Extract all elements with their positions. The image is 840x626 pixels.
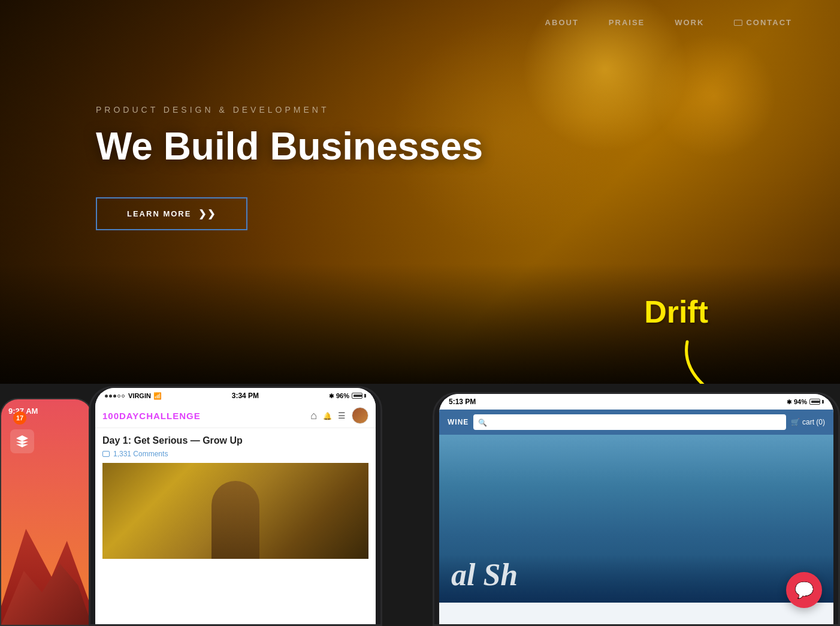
cart-text: cart (0) [802, 418, 825, 426]
sailing-text: al Sh [451, 559, 518, 591]
phone-center-time: 3:34 PM [232, 392, 259, 400]
learn-more-button[interactable]: LEARN MORE ❯❯ [96, 197, 247, 230]
app-brand: 100DAYCHALLENGE [102, 411, 201, 421]
phone-right-time: 5:13 PM [449, 398, 476, 406]
phone-right-battery-icon [809, 399, 820, 405]
phone-left-partial: 9:27 AM 17 [0, 398, 93, 626]
post-content: Day 1: Get Serious — Grow Up 1,331 Comme… [95, 428, 376, 566]
carrier-name: VIRGIN [128, 392, 151, 399]
phones-section: 9:27 AM 17 [0, 384, 840, 626]
phone-right-bluetooth: ✱ [787, 399, 791, 405]
phone-right-inner: 5:13 PM ✱ 94% WINE cart (0) [439, 394, 833, 624]
app-icons [310, 407, 368, 424]
phone-right-battery-text: 94% [794, 398, 807, 405]
chevron-down-icon: ❯❯ [198, 208, 216, 219]
nav-work[interactable]: WORK [675, 18, 704, 27]
drift-annotation-label: Drift [644, 294, 708, 330]
bluetooth-symbol: ✱ [329, 393, 334, 399]
home-icon[interactable] [310, 410, 317, 422]
hero-subtitle: PRODUCT DESIGN & DEVELOPMENT [96, 105, 840, 115]
nav-about[interactable]: ABOUT [545, 18, 579, 27]
phone-center-status-bar: VIRGIN 📶 3:34 PM ✱ 96% [95, 388, 376, 404]
phone-right-nav: WINE cart (0) [439, 410, 833, 435]
bell-icon[interactable] [323, 410, 332, 421]
hero-section: ABOUT PRAISE WORK CONTACT PRODUCT DESIGN… [0, 0, 840, 384]
phone-center: VIRGIN 📶 3:34 PM ✱ 96% 100DAYCHALLENGE [89, 386, 382, 626]
post-meta: 1,331 Comments [102, 450, 368, 458]
phone-right-content: al Sh [439, 435, 833, 603]
hero-content: PRODUCT DESIGN & DEVELOPMENT We Build Bu… [0, 45, 840, 230]
post-image [102, 463, 368, 559]
wifi-icon: 📶 [153, 392, 162, 400]
search-icon-small [478, 417, 487, 428]
phone-left-badge: 17 [13, 411, 26, 425]
battery-icon [352, 393, 362, 399]
drift-chat-button[interactable] [786, 572, 822, 608]
nav-contact[interactable]: CONTACT [734, 18, 792, 27]
phone-right-battery-tip [822, 400, 824, 404]
phone-right-battery-area: ✱ 94% [787, 398, 824, 406]
nav-praise[interactable]: PRAISE [609, 18, 645, 27]
comments-count: 1,331 Comments [113, 450, 168, 458]
post-image-person [211, 481, 259, 559]
signal-dots [105, 395, 125, 398]
learn-more-label: LEARN MORE [127, 209, 191, 218]
app-header: 100DAYCHALLENGE [95, 404, 376, 428]
phone-right-partial: 5:13 PM ✱ 94% WINE cart (0) [433, 392, 840, 626]
menu-icon[interactable] [338, 410, 346, 421]
phone-center-inner: VIRGIN 📶 3:34 PM ✱ 96% 100DAYCHALLENGE [95, 388, 376, 624]
phone-carrier: VIRGIN 📶 [105, 392, 162, 400]
app-avatar [352, 407, 368, 424]
hero-title: We Build Businesses [96, 125, 840, 167]
drift-annotation-arrow [669, 336, 741, 384]
phone-right-status-bar: 5:13 PM ✱ 94% [439, 394, 833, 410]
email-icon [734, 20, 742, 26]
post-title: Day 1: Get Serious — Grow Up [102, 435, 368, 446]
phone-left-screen: 9:27 AM 17 [1, 399, 92, 625]
phone-center-battery: ✱ 96% [329, 392, 366, 399]
phone-left-app-icon [10, 429, 34, 453]
search-box[interactable] [473, 414, 786, 430]
store-name: WINE [448, 418, 469, 426]
comment-icon [102, 451, 110, 457]
main-nav: ABOUT PRAISE WORK CONTACT [0, 0, 840, 45]
battery-tip [364, 394, 366, 398]
cart-icon [791, 418, 800, 426]
drift-chat-icon [794, 581, 814, 600]
cart-area[interactable]: cart (0) [791, 418, 825, 426]
